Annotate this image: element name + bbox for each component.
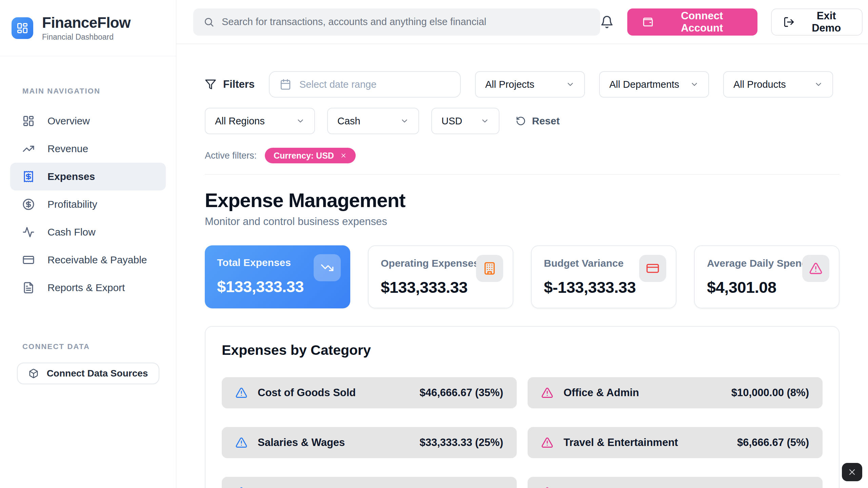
building-icon xyxy=(476,255,503,282)
active-filters-row: Active filters: Currency: USD xyxy=(205,148,840,163)
rotate-ccw-icon xyxy=(516,116,526,126)
sidebar-item-cash-flow[interactable]: Cash Flow xyxy=(10,218,166,246)
connect-data-section-header: CONNECT DATA xyxy=(22,342,166,351)
sidebar-item-label: Receivable & Payable xyxy=(47,254,147,266)
exit-demo-button[interactable]: Exit Demo xyxy=(771,8,863,36)
active-filter-chip-currency[interactable]: Currency: USD xyxy=(265,148,356,163)
file-text-icon xyxy=(22,282,35,294)
category-name: Professional Services xyxy=(564,486,673,488)
trending-down-icon xyxy=(314,254,341,281)
payment-method-select[interactable]: Cash xyxy=(327,108,419,134)
notifications-button[interactable] xyxy=(600,15,614,29)
search-icon xyxy=(203,17,214,27)
alert-triangle-icon xyxy=(235,387,248,399)
main-navigation: Overview Revenue Expenses Profitability … xyxy=(10,107,166,302)
credit-card-icon xyxy=(639,255,666,282)
category-row-professional-services[interactable]: Professional Services $3,333.33 (3%) xyxy=(528,477,823,488)
chevron-down-icon xyxy=(296,117,305,125)
connect-data-sources-label: Connect Data Sources xyxy=(47,368,148,379)
sidebar-item-label: Reports & Export xyxy=(47,282,125,293)
nav-section-header: MAIN NAVIGATION xyxy=(22,87,166,96)
category-value: $10,000.00 (8%) xyxy=(731,387,809,399)
activity-icon xyxy=(22,226,35,238)
filters-label: Filters xyxy=(205,78,255,90)
chevron-down-icon xyxy=(566,80,575,89)
category-row-cost-of-goods-sold[interactable]: Cost of Goods Sold $46,666.67 (35%) xyxy=(222,377,517,408)
kpi-total-expenses[interactable]: Total Expenses $133,333.33 xyxy=(205,245,350,308)
dashboard-icon xyxy=(22,115,35,127)
alert-triangle-icon xyxy=(235,486,248,488)
category-row-marketing[interactable]: Marketing $20,000.00 (15%) xyxy=(222,477,517,488)
search-input[interactable] xyxy=(222,16,590,27)
sidebar-item-label: Profitability xyxy=(47,199,97,210)
currency-select[interactable]: USD xyxy=(431,108,499,134)
category-value: $3,333.33 (3%) xyxy=(737,486,809,488)
alert-triangle-icon xyxy=(802,255,829,282)
kpi-budget-variance[interactable]: Budget Variance $-133,333.33 xyxy=(531,245,676,308)
brand-logo-icon xyxy=(12,17,33,39)
bell-icon xyxy=(600,15,614,29)
main-area: Connect Account Exit Demo Filters xyxy=(176,0,868,488)
sidebar-item-label: Cash Flow xyxy=(47,226,96,238)
reset-filters-button[interactable]: Reset xyxy=(516,115,560,127)
filters-row-1: Filters All Projects All Departments All… xyxy=(205,71,840,98)
chevron-down-icon xyxy=(480,117,489,125)
alert-triangle-icon xyxy=(541,486,553,488)
funnel-icon xyxy=(205,79,216,90)
brand: FinanceFlow Financial Dashboard xyxy=(0,0,176,56)
search-bar xyxy=(193,8,600,36)
category-row-office-admin[interactable]: Office & Admin $10,000.00 (8%) xyxy=(528,377,823,408)
date-range-input[interactable] xyxy=(299,79,450,90)
close-icon xyxy=(847,467,857,477)
category-row-travel-entertainment[interactable]: Travel & Entertainment $6,666.67 (5%) xyxy=(528,427,823,458)
content: Filters All Projects All Departments All… xyxy=(176,44,868,488)
date-range-field[interactable] xyxy=(269,71,461,98)
category-value: $33,333.33 (25%) xyxy=(420,436,503,449)
category-name: Cost of Goods Sold xyxy=(258,387,356,399)
brand-tagline: Financial Dashboard xyxy=(42,33,131,42)
regions-select[interactable]: All Regions xyxy=(205,108,315,134)
wallet-icon xyxy=(642,16,654,28)
sidebar-item-expenses[interactable]: Expenses xyxy=(10,163,166,190)
logout-icon xyxy=(783,16,795,28)
category-value: $46,666.67 (35%) xyxy=(420,387,503,399)
receipt-icon xyxy=(22,170,35,183)
trending-up-icon xyxy=(22,143,35,155)
remove-filter-icon[interactable] xyxy=(340,152,347,159)
credit-card-icon xyxy=(22,254,35,266)
departments-select[interactable]: All Departments xyxy=(599,71,709,98)
category-value: $20,000.00 (15%) xyxy=(420,486,503,488)
connect-account-label: Connect Account xyxy=(661,10,743,34)
package-icon xyxy=(28,368,39,379)
dollar-circle-icon xyxy=(22,198,35,210)
category-name: Marketing xyxy=(258,486,307,488)
sidebar-item-overview[interactable]: Overview xyxy=(10,107,166,135)
products-select[interactable]: All Products xyxy=(723,71,833,98)
sidebar-item-revenue[interactable]: Revenue xyxy=(10,135,166,163)
connect-account-button[interactable]: Connect Account xyxy=(627,8,757,36)
close-overlay-button[interactable] xyxy=(842,463,862,481)
connect-data-sources-button[interactable]: Connect Data Sources xyxy=(17,363,159,384)
category-name: Office & Admin xyxy=(564,387,639,399)
brand-name: FinanceFlow xyxy=(42,14,131,31)
chevron-down-icon xyxy=(814,80,823,89)
page-title: Expense Management xyxy=(205,189,840,211)
category-row-salaries-wages[interactable]: Salaries & Wages $33,333.33 (25%) xyxy=(222,427,517,458)
kpi-cards: Total Expenses $133,333.33 Operating Exp… xyxy=(205,245,840,308)
active-filters-label: Active filters: xyxy=(205,150,257,161)
alert-triangle-icon xyxy=(235,436,248,449)
category-value: $6,666.67 (5%) xyxy=(737,436,809,449)
sidebar-item-reports-export[interactable]: Reports & Export xyxy=(10,274,166,302)
section-divider xyxy=(205,174,840,175)
kpi-operating-expenses[interactable]: Operating Expenses $133,333.33 xyxy=(368,245,513,308)
category-name: Salaries & Wages xyxy=(258,436,345,449)
sidebar-item-label: Overview xyxy=(47,115,90,127)
projects-select[interactable]: All Projects xyxy=(475,71,585,98)
sidebar-item-profitability[interactable]: Profitability xyxy=(10,190,166,218)
topbar: Connect Account Exit Demo xyxy=(176,0,868,44)
category-name: Travel & Entertainment xyxy=(564,436,678,449)
kpi-average-daily-spend[interactable]: Average Daily Spend $4,301.08 xyxy=(694,245,840,308)
sidebar-item-receivable-payable[interactable]: Receivable & Payable xyxy=(10,246,166,274)
category-grid: Cost of Goods Sold $46,666.67 (35%) Offi… xyxy=(222,377,823,488)
alert-triangle-icon xyxy=(541,387,553,399)
